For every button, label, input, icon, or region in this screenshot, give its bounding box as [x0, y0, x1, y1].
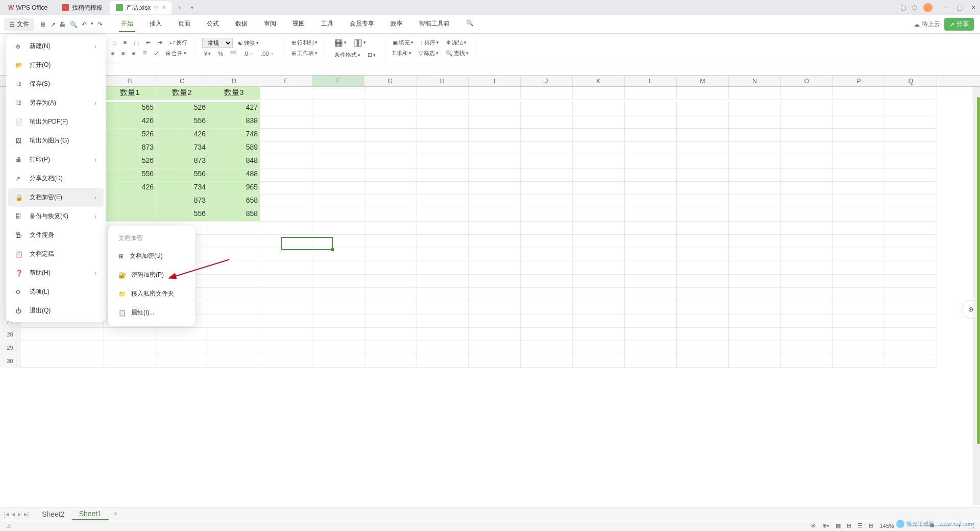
cell[interactable]	[729, 87, 781, 100]
cell[interactable]	[677, 261, 729, 275]
cell[interactable]	[156, 341, 208, 354]
cell[interactable]	[364, 195, 416, 208]
cell[interactable]	[833, 341, 885, 354]
cell[interactable]	[833, 142, 885, 155]
cell[interactable]	[781, 341, 833, 354]
cell[interactable]	[312, 87, 364, 100]
cell[interactable]	[885, 301, 937, 315]
cell[interactable]	[781, 275, 833, 288]
cell[interactable]	[208, 328, 260, 341]
file-menu-item[interactable]: 🖫另存为(A)›	[8, 93, 104, 112]
cell[interactable]	[677, 354, 729, 368]
cell[interactable]	[833, 208, 885, 222]
cell[interactable]	[208, 288, 260, 301]
cell[interactable]	[416, 182, 469, 195]
cell[interactable]	[260, 168, 312, 182]
cell[interactable]: 488	[208, 168, 260, 182]
increase-decimal-icon[interactable]: .00→	[259, 50, 276, 58]
file-menu-item[interactable]: 🖼输出为图片(G)	[8, 131, 104, 150]
cell[interactable]	[416, 248, 469, 261]
cell[interactable]	[469, 301, 521, 315]
cell[interactable]	[469, 115, 521, 129]
cell[interactable]	[469, 354, 521, 368]
cell[interactable]	[469, 275, 521, 288]
cell[interactable]	[729, 115, 781, 129]
cell[interactable]	[677, 275, 729, 288]
cell[interactable]	[208, 341, 260, 354]
cell[interactable]: 873	[156, 195, 208, 208]
cell[interactable]	[521, 142, 573, 155]
cell[interactable]: 426	[104, 115, 156, 129]
freeze-button[interactable]: ❄ 冻结▾	[444, 38, 469, 47]
save-icon[interactable]: 🗎	[40, 21, 46, 28]
cell[interactable]	[260, 248, 312, 261]
thousands-icon[interactable]: ⁰⁰⁰	[228, 49, 238, 58]
cell[interactable]: 565	[104, 102, 156, 115]
cell[interactable]	[833, 222, 885, 235]
cell[interactable]	[521, 235, 573, 248]
cell[interactable]	[781, 315, 833, 328]
search-icon[interactable]: 🔍	[464, 16, 476, 32]
cell[interactable]	[260, 155, 312, 168]
cell[interactable]	[312, 155, 364, 168]
cell[interactable]	[312, 102, 364, 115]
cell[interactable]	[364, 328, 416, 341]
cell[interactable]	[885, 142, 937, 155]
cell[interactable]	[469, 222, 521, 235]
eye-icon[interactable]: 👁	[811, 523, 816, 529]
cell[interactable]	[104, 208, 156, 222]
cell[interactable]	[364, 155, 416, 168]
cell[interactable]	[781, 155, 833, 168]
cell[interactable]	[416, 328, 469, 341]
cell[interactable]	[573, 275, 625, 288]
cell[interactable]	[208, 261, 260, 275]
cell[interactable]: 556	[156, 115, 208, 129]
cell[interactable]	[885, 208, 937, 222]
cell[interactable]	[781, 301, 833, 315]
cell[interactable]	[521, 261, 573, 275]
menu-view[interactable]: 视图	[290, 16, 307, 32]
file-menu-item[interactable]: 🗄备份与恢复(K)›	[8, 207, 104, 226]
cell[interactable]	[260, 115, 312, 129]
cell[interactable]	[260, 87, 312, 100]
cell[interactable]	[521, 315, 573, 328]
cell[interactable]	[364, 115, 416, 129]
cell[interactable]	[833, 129, 885, 142]
col-header[interactable]: Q	[885, 76, 937, 86]
col-header[interactable]: M	[677, 76, 729, 86]
align-middle-icon[interactable]: ≡	[121, 38, 129, 46]
cell[interactable]	[364, 301, 416, 315]
cell[interactable]: 556	[156, 168, 208, 182]
cell[interactable]	[625, 288, 677, 301]
cell[interactable]	[260, 195, 312, 208]
cell[interactable]	[781, 195, 833, 208]
cell[interactable]	[416, 315, 469, 328]
cell[interactable]	[312, 182, 364, 195]
add-tab-button[interactable]: ＋	[173, 4, 187, 12]
col-header[interactable]: D	[208, 76, 260, 86]
cell[interactable]	[416, 87, 469, 100]
sum-button[interactable]: Σ 求和▾	[390, 49, 414, 58]
cell[interactable]	[833, 288, 885, 301]
cell[interactable]	[885, 222, 937, 235]
cell[interactable]	[521, 195, 573, 208]
cloud-status[interactable]: ☁ 待上云	[914, 20, 940, 29]
cell[interactable]	[833, 87, 885, 100]
cell[interactable]	[833, 261, 885, 275]
tab-templates[interactable]: 找稻壳模板	[56, 1, 109, 14]
cell[interactable]	[260, 182, 312, 195]
panel-icon[interactable]: ▢	[900, 4, 906, 11]
cond-format-button[interactable]: 条件格式▾	[332, 50, 362, 60]
file-menu-item[interactable]: ⊕新建(N)›	[8, 37, 104, 56]
doc-encrypt-item[interactable]: 🗎文档加密(U)	[112, 247, 191, 266]
cell[interactable]	[677, 102, 729, 115]
print-icon[interactable]: 🖶	[60, 21, 66, 28]
cell[interactable]	[729, 142, 781, 155]
cell[interactable]	[781, 288, 833, 301]
cell[interactable]	[729, 235, 781, 248]
cell[interactable]	[312, 248, 364, 261]
private-folder-item[interactable]: 📁移入私密文件夹	[112, 284, 191, 303]
cell[interactable]	[677, 315, 729, 328]
cell[interactable]	[469, 102, 521, 115]
status-mode-icon[interactable]: ⊡	[6, 522, 11, 529]
